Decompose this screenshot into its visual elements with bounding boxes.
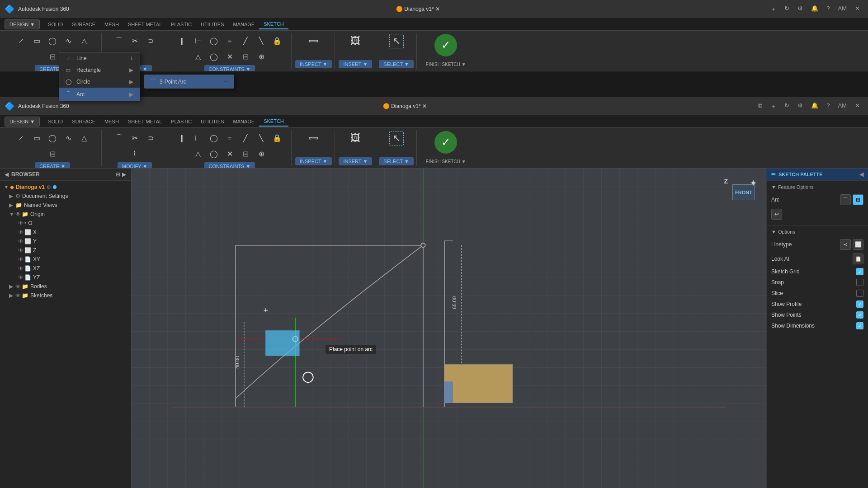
origin-eye[interactable]: 👁: [15, 211, 21, 217]
trim-tool-2[interactable]: ✂: [127, 131, 142, 145]
insert-dropdown-1[interactable]: INSERT ▼: [339, 60, 372, 68]
const9-2[interactable]: ✕: [222, 147, 237, 161]
design-button-2[interactable]: DESIGN ▼: [5, 117, 40, 127]
tree-origin[interactable]: ▼ 👁 📁 Origin: [0, 210, 131, 219]
tree-root[interactable]: ▼ ◆ Dianoga v1 ⚙: [0, 183, 131, 192]
rect-tool-2[interactable]: ▭: [29, 131, 44, 145]
tree-named-views[interactable]: ▶ 📁 Named Views: [0, 201, 131, 210]
trim-tool-1[interactable]: ✂: [127, 34, 142, 48]
const10-1[interactable]: ⊟: [238, 50, 253, 64]
views-expand[interactable]: ▶: [9, 202, 15, 208]
doc-expand[interactable]: ▶: [9, 193, 15, 199]
polygon-tool-1[interactable]: △: [77, 34, 91, 48]
root-settings[interactable]: ⚙: [47, 184, 51, 190]
chevron-down-icon-1[interactable]: ▼: [771, 184, 776, 190]
const3-1[interactable]: =: [222, 34, 237, 48]
refresh-icon-2[interactable]: ↻: [781, 100, 793, 112]
tab-sketch-2[interactable]: SKETCH: [259, 117, 288, 127]
menu-arc[interactable]: ⌒ Arc ▶: [59, 88, 140, 101]
snap-checkbox[interactable]: [856, 279, 863, 286]
design-button-1[interactable]: DESIGN ▼: [5, 19, 40, 29]
rect-tool-1[interactable]: ▭: [29, 34, 44, 48]
const7-1[interactable]: △: [191, 50, 205, 64]
tree-xz[interactable]: 👁 📄 XZ: [0, 264, 131, 273]
select-tool-2[interactable]: ↖: [389, 131, 404, 145]
tree-bodies[interactable]: ▶ 👁 📁 Bodies: [0, 282, 131, 291]
show-points-checkbox[interactable]: ✓: [856, 311, 863, 319]
tab-sheetmetal-1[interactable]: SHEET METAL: [123, 20, 166, 29]
const8-2[interactable]: ◯: [207, 147, 221, 161]
insert-tool-1[interactable]: 🖼: [348, 34, 363, 48]
sketch-grid-checkbox[interactable]: ✓: [856, 268, 863, 275]
arc-btn-1[interactable]: ⌒: [840, 194, 851, 205]
constraints-dropdown-1[interactable]: CONSTRAINTS ▼: [204, 65, 255, 72]
tree-x[interactable]: 👁 ⬜ X: [0, 228, 131, 237]
plus-icon[interactable]: ＋: [767, 3, 780, 15]
const6-2[interactable]: 🔒: [270, 131, 284, 145]
refresh-icon[interactable]: ↻: [781, 3, 793, 15]
menu-line[interactable]: ⟋ Line L: [59, 52, 140, 64]
help-icon-2[interactable]: ?: [823, 100, 833, 112]
menu-circle[interactable]: ◯ Circle ▶: [59, 76, 140, 88]
tab-manage-1[interactable]: MANAGE: [228, 20, 259, 29]
project-tool-1[interactable]: ‖: [175, 34, 189, 48]
finish-sketch-dropdown-1[interactable]: FINISH SKETCH ▼: [421, 61, 471, 68]
rect2-tool-2[interactable]: ⊟: [45, 147, 60, 161]
fillet-tool-1[interactable]: ⌒: [112, 34, 126, 48]
tab-sheetmetal-2[interactable]: SHEET METAL: [123, 117, 166, 126]
tree-xy[interactable]: 👁 📄 XY: [0, 255, 131, 264]
const7-2[interactable]: △: [191, 147, 205, 161]
mirror-tool-2[interactable]: ⌇: [127, 147, 142, 161]
settings-icon[interactable]: ⚙: [794, 3, 807, 15]
origin-expand[interactable]: ▼: [9, 211, 15, 217]
spline-tool-1[interactable]: ∿: [61, 34, 75, 48]
xy-eye[interactable]: 👁: [18, 256, 24, 263]
const9-1[interactable]: ✕: [222, 50, 237, 64]
look-at-btn[interactable]: 📋: [853, 253, 863, 264]
sketches-eye[interactable]: 👁: [15, 292, 21, 299]
linetype-btn-2[interactable]: ⬜: [853, 239, 863, 250]
line-tool-2[interactable]: ⟋: [14, 131, 28, 145]
finish-sketch-1[interactable]: ✓: [434, 34, 457, 56]
bell-icon-2[interactable]: 🔔: [807, 100, 822, 112]
bodies-expand[interactable]: ▶: [9, 283, 15, 290]
inspect-dropdown-1[interactable]: INSPECT ▼: [295, 60, 332, 68]
menu-rectangle[interactable]: ▭ Rectangle ▶: [59, 64, 140, 76]
tree-doc-settings[interactable]: ▶ ⚙ Document Settings: [0, 192, 131, 201]
const3-2[interactable]: =: [222, 131, 237, 145]
sidebar-collapse[interactable]: ▶: [122, 171, 126, 178]
polygon-tool-2[interactable]: △: [77, 131, 91, 145]
canvas[interactable]: + 65.00 40.00 Place point on: [131, 169, 766, 488]
tab-plastic-2[interactable]: PLASTIC: [166, 117, 196, 126]
tab-surface-2[interactable]: SURFACE: [67, 117, 100, 126]
const1-2[interactable]: ⊢: [191, 131, 205, 145]
help-icon[interactable]: ?: [823, 3, 833, 15]
show-profile-checkbox[interactable]: ✓: [856, 300, 863, 308]
tree-y[interactable]: 👁 ⬜ Y: [0, 237, 131, 246]
tab-sketch-1[interactable]: SKETCH: [259, 19, 288, 29]
z-eye[interactable]: 👁: [18, 247, 24, 253]
inspect-tool-2[interactable]: ⟺: [305, 131, 323, 145]
linetype-btn-1[interactable]: ≺: [840, 239, 851, 250]
const4-2[interactable]: ╱: [238, 131, 253, 145]
tree-z[interactable]: 👁 ⬜ Z: [0, 246, 131, 255]
tree-yz[interactable]: 👁 📄 YZ: [0, 273, 131, 282]
constraints-dropdown-2[interactable]: CONSTRAINTS ▼: [204, 162, 255, 169]
line-tool-1[interactable]: ⟋: [14, 34, 28, 48]
select-tool-1[interactable]: ↖: [389, 34, 404, 48]
const5-1[interactable]: ╲: [254, 34, 269, 48]
select-dropdown-2[interactable]: SELECT ▼: [379, 157, 414, 165]
const1-1[interactable]: ⊢: [191, 34, 205, 48]
user-icon-2[interactable]: AM: [835, 100, 851, 112]
modify-dropdown-2[interactable]: MODIFY ▼: [118, 162, 152, 169]
minimize-icon[interactable]: —: [741, 100, 754, 112]
tab-mesh-1[interactable]: MESH: [100, 20, 123, 29]
fillet-tool-2[interactable]: ⌒: [112, 131, 126, 145]
project-tool-2[interactable]: ‖: [175, 131, 189, 145]
chevron-down-icon-2[interactable]: ▼: [771, 229, 776, 235]
inspect-dropdown-2[interactable]: INSPECT ▼: [295, 157, 332, 165]
finish-sketch-2[interactable]: ✓: [434, 131, 457, 154]
offset-tool-2[interactable]: ⊃: [143, 131, 158, 145]
slice-checkbox[interactable]: [856, 290, 863, 297]
const8-1[interactable]: ◯: [207, 50, 221, 64]
